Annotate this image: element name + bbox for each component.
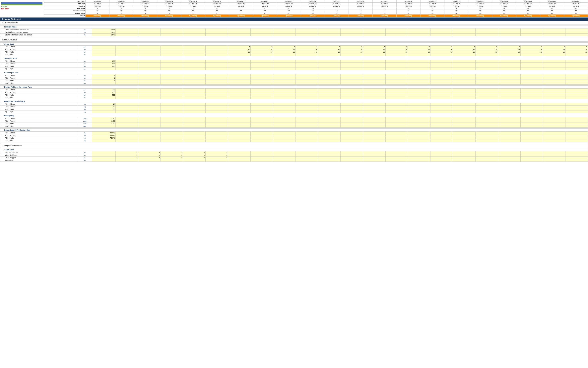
period-cell bbox=[138, 132, 161, 134]
row-input-value[interactable]: 70.0% bbox=[92, 132, 116, 134]
header-cell: 01-Jan-38 bbox=[492, 0, 516, 3]
period-cell bbox=[408, 65, 431, 68]
period-cell bbox=[318, 63, 341, 65]
period-cell bbox=[251, 91, 273, 94]
period-cell bbox=[498, 74, 521, 77]
header-cell: Operating bbox=[516, 15, 540, 17]
header-cell: Operating bbox=[468, 15, 492, 17]
period-cell bbox=[206, 117, 228, 120]
period-cell bbox=[453, 139, 476, 142]
period-cell bbox=[296, 68, 318, 70]
period-cell bbox=[521, 28, 543, 31]
period-cell: 13 bbox=[363, 51, 386, 53]
row-input-value bbox=[92, 48, 116, 51]
header-cell: 1 bbox=[85, 7, 109, 10]
period-cell bbox=[183, 91, 206, 94]
row-label: FC3 - Nuts bbox=[0, 122, 78, 125]
period-cell: 13 bbox=[273, 51, 296, 53]
period-cell bbox=[475, 151, 498, 154]
period-cell bbox=[116, 60, 138, 63]
row-input-value[interactable]: 125 bbox=[92, 65, 116, 68]
period-cell bbox=[138, 31, 161, 34]
row-label: FC2 - Apples bbox=[0, 63, 78, 65]
period-cell bbox=[228, 154, 251, 156]
period-cell bbox=[183, 139, 206, 142]
period-cell bbox=[341, 120, 363, 122]
period-cell bbox=[453, 134, 476, 137]
period-cell bbox=[273, 134, 296, 137]
period-cell bbox=[408, 94, 431, 96]
row-unit: no. bbox=[78, 91, 92, 94]
period-cell bbox=[521, 94, 543, 96]
err-label: Err bbox=[1, 8, 4, 10]
period-cell bbox=[543, 139, 566, 142]
period-cell bbox=[206, 103, 228, 106]
period-cell bbox=[566, 79, 588, 82]
data-row: VG4 - N/Ano. bbox=[0, 159, 588, 162]
period-cell bbox=[206, 68, 228, 70]
row-input-value[interactable]: 500 bbox=[92, 89, 116, 91]
period-cell bbox=[498, 156, 521, 159]
header-cell: 9 bbox=[277, 7, 301, 10]
data-row: FC3 - Nuts%75.0% bbox=[0, 137, 588, 139]
period-cell bbox=[251, 111, 273, 113]
category-title: Bushel Yield per Harvested Acre bbox=[0, 86, 588, 89]
header-cell: ANNUAL bbox=[468, 5, 492, 7]
category-title: Weight per Buschel (kg) bbox=[0, 100, 588, 103]
period-cell bbox=[183, 132, 206, 134]
row-input-value[interactable]: 700 bbox=[92, 91, 116, 94]
period-cell bbox=[363, 77, 386, 79]
row-input-value[interactable]: 1 bbox=[92, 74, 116, 77]
row-input-value[interactable]: 1.0% bbox=[92, 28, 116, 31]
row-input-value[interactable]: 75.0% bbox=[92, 137, 116, 139]
period-cell bbox=[498, 91, 521, 94]
row-input-value[interactable]: 1 bbox=[92, 79, 116, 82]
row-input-value[interactable]: 125 bbox=[92, 60, 116, 63]
row-unit: no. bbox=[78, 53, 92, 56]
category-row: Bushel Yield per Harvested Acre bbox=[0, 86, 588, 89]
row-input-value[interactable]: 1.5% bbox=[92, 34, 116, 36]
header-cell: 1 bbox=[85, 12, 109, 15]
period-cell bbox=[341, 91, 363, 94]
data-row: FC2 - Apples%65.0% bbox=[0, 134, 588, 137]
period-cell bbox=[183, 28, 206, 31]
period-cell bbox=[498, 106, 521, 108]
period-cell bbox=[228, 91, 251, 94]
period-cell bbox=[453, 156, 476, 159]
header-cell: 9 bbox=[277, 12, 301, 15]
period-cell: 8 bbox=[408, 46, 431, 48]
period-cell bbox=[116, 79, 138, 82]
row-input-value[interactable]: 3.20 bbox=[92, 120, 116, 122]
period-cell bbox=[408, 96, 431, 99]
period-cell bbox=[566, 91, 588, 94]
period-cell bbox=[521, 77, 543, 79]
header-cell: 12 bbox=[372, 10, 396, 12]
row-input-value[interactable]: 400 bbox=[92, 94, 116, 96]
period-cell bbox=[408, 132, 431, 134]
period-cell bbox=[228, 53, 251, 56]
period-cell bbox=[206, 122, 228, 125]
period-cell bbox=[273, 139, 296, 142]
row-input-value[interactable]: 1 bbox=[92, 77, 116, 79]
header-cell: 01-Jan-37 bbox=[468, 0, 492, 3]
all-checks-ok-button[interactable] bbox=[1, 4, 42, 5]
row-input-value[interactable]: 65.0% bbox=[92, 134, 116, 137]
row-input-value[interactable]: 1.90 bbox=[92, 122, 116, 125]
header-cell: 3 bbox=[133, 7, 157, 10]
period-cell bbox=[228, 125, 251, 128]
link-front-sheet-button[interactable] bbox=[1, 2, 42, 4]
row-input-value[interactable]: 60 bbox=[92, 108, 116, 111]
period-cell bbox=[183, 106, 206, 108]
row-input-value[interactable]: 2.50 bbox=[92, 117, 116, 120]
period-cell bbox=[183, 68, 206, 70]
period-cell bbox=[386, 77, 408, 79]
period-cell bbox=[475, 108, 498, 111]
row-label: FC4 - N/A bbox=[0, 68, 78, 70]
row-input-value[interactable]: 2.0% bbox=[92, 31, 116, 34]
row-input-value[interactable]: 125 bbox=[92, 63, 116, 65]
row-input-value[interactable]: 45 bbox=[92, 103, 116, 106]
row-label: FC3 - Nuts bbox=[0, 51, 78, 53]
period-cell bbox=[453, 111, 476, 113]
row-input-value[interactable]: 50 bbox=[92, 106, 116, 108]
period-cell bbox=[566, 122, 588, 125]
